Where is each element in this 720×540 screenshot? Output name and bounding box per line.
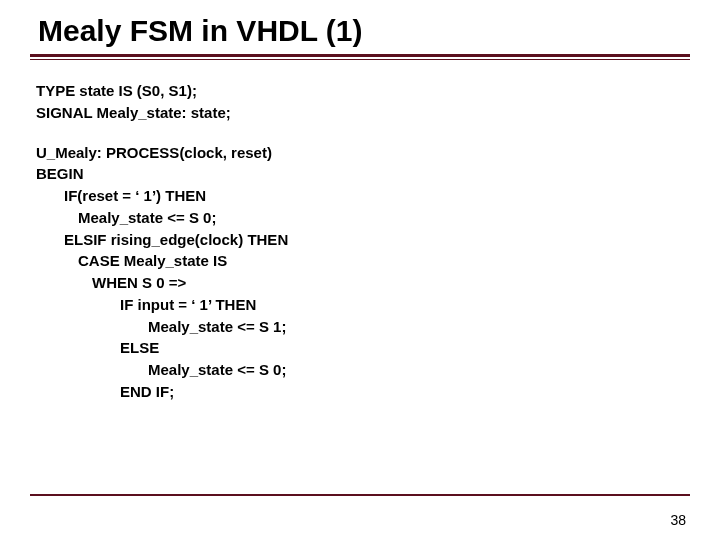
code-line: TYPE state IS (S0, S1);	[36, 80, 720, 102]
code-line: Mealy_state <= S 1;	[36, 316, 720, 338]
code-line: IF input = ‘ 1’ THEN	[36, 294, 720, 316]
code-line: IF(reset = ‘ 1’) THEN	[36, 185, 720, 207]
code-block: TYPE state IS (S0, S1); SIGNAL Mealy_sta…	[0, 60, 720, 403]
code-line: Mealy_state <= S 0;	[36, 207, 720, 229]
code-line: SIGNAL Mealy_state: state;	[36, 102, 720, 124]
code-line: END IF;	[36, 381, 720, 403]
code-line: ELSIF rising_edge(clock) THEN	[36, 229, 720, 251]
blank-line	[36, 124, 720, 142]
footer-rule	[30, 494, 690, 496]
code-line: BEGIN	[36, 163, 720, 185]
code-line: ELSE	[36, 337, 720, 359]
code-line: WHEN S 0 =>	[36, 272, 720, 294]
code-line: Mealy_state <= S 0;	[36, 359, 720, 381]
code-line: CASE Mealy_state IS	[36, 250, 720, 272]
code-line: U_Mealy: PROCESS(clock, reset)	[36, 142, 720, 164]
page-number: 38	[670, 512, 686, 528]
page-title: Mealy FSM in VHDL (1)	[0, 0, 720, 48]
